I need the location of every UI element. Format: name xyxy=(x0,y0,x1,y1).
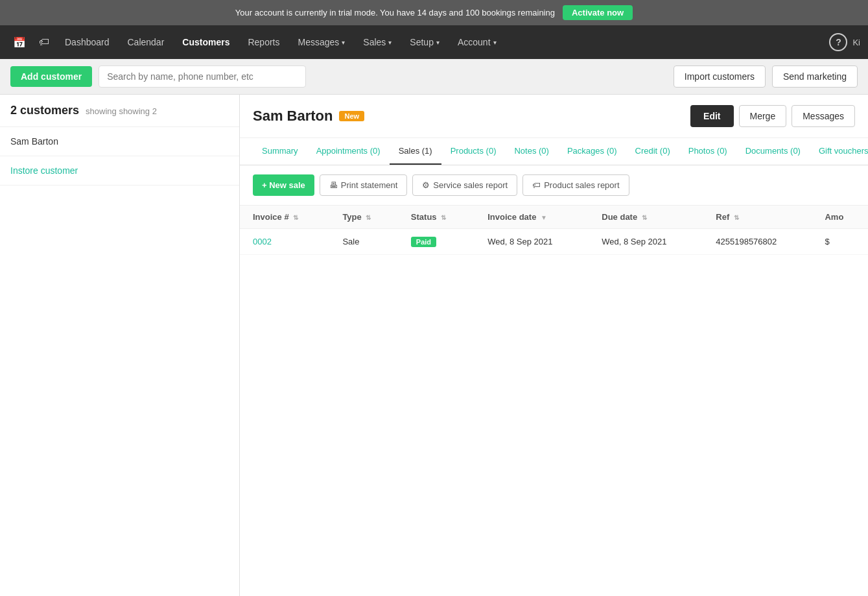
tab-credit[interactable]: Credit (0) xyxy=(626,138,679,165)
gear-icon: ⚙ xyxy=(422,180,430,190)
customer-count: 2 customers xyxy=(10,104,79,117)
nav-customers[interactable]: Customers xyxy=(174,32,237,53)
status-cell: Paid xyxy=(398,229,475,255)
nav-calendar[interactable]: Calendar xyxy=(120,32,172,53)
service-sales-report-button[interactable]: ⚙ Service sales report xyxy=(412,174,517,196)
send-marketing-button[interactable]: Send marketing xyxy=(772,66,858,88)
detail-tabs: Summary Appointments (0) Sales (1) Produ… xyxy=(240,138,868,165)
invoice-date-cell: Wed, 8 Sep 2021 xyxy=(475,229,589,255)
nav-dashboard[interactable]: Dashboard xyxy=(57,32,117,53)
messages-button[interactable]: Messages xyxy=(792,105,855,127)
activate-button[interactable]: Activate now xyxy=(563,5,633,20)
nav-reports[interactable]: Reports xyxy=(240,32,287,53)
merge-button[interactable]: Merge xyxy=(739,105,787,127)
tab-notes[interactable]: Notes (0) xyxy=(505,138,557,165)
customer-title: Sam Barton xyxy=(253,108,333,125)
add-customer-button[interactable]: Add customer xyxy=(10,66,92,87)
instore-customer-link[interactable]: Instore customer xyxy=(10,165,78,176)
tab-packages[interactable]: Packages (0) xyxy=(558,138,626,165)
sort-icon: ⇅ xyxy=(293,214,298,221)
col-amount: Amo xyxy=(812,206,868,229)
col-due-date: Due date ⇅ xyxy=(589,206,703,229)
nav-right: ? Ki xyxy=(829,33,860,51)
main-layout: 2 customers showing showing 2 Sam Barton… xyxy=(0,95,868,596)
product-sales-report-button[interactable]: 🏷 Product sales report xyxy=(522,174,629,196)
print-icon: 🖶 xyxy=(329,180,338,190)
tab-documents[interactable]: Documents (0) xyxy=(736,138,810,165)
col-invoice-date: Invoice date ▼ xyxy=(475,206,589,229)
customer-name: Sam Barton xyxy=(10,136,58,147)
tab-photos[interactable]: Photos (0) xyxy=(679,138,736,165)
detail-header: Sam Barton New Edit Merge Messages xyxy=(240,95,868,138)
sidebar: 2 customers showing showing 2 Sam Barton… xyxy=(0,95,240,596)
calendar-icon-btn[interactable]: 📅 xyxy=(8,31,31,54)
sales-actions: + New sale 🖶 Print statement ⚙ Service s… xyxy=(240,165,868,206)
list-item[interactable]: Instore customer xyxy=(0,156,239,185)
tab-sales[interactable]: Sales (1) xyxy=(390,138,441,165)
trial-message: Your account is currently in trial mode.… xyxy=(235,8,555,18)
ref-cell: 4255198576802 xyxy=(703,229,812,255)
sort-icon: ⇅ xyxy=(734,214,739,221)
setup-chevron-icon: ▾ xyxy=(436,39,440,46)
sort-icon: ⇅ xyxy=(441,214,446,221)
col-status: Status ⇅ xyxy=(398,206,475,229)
showing-label: showing showing 2 xyxy=(86,106,157,116)
print-statement-button[interactable]: 🖶 Print statement xyxy=(320,174,407,196)
tag-icon: 🏷 xyxy=(532,180,541,190)
table-row: 0002 Sale Paid Wed, 8 Sep 2021 Wed, 8 Se… xyxy=(240,229,868,255)
edit-button[interactable]: Edit xyxy=(690,105,733,127)
app-abbr: Ki xyxy=(852,38,860,47)
account-chevron-icon: ▾ xyxy=(493,39,497,46)
nav-sales[interactable]: Sales ▾ xyxy=(355,32,399,53)
detail-title-row: Sam Barton New xyxy=(253,108,364,125)
navbar: 📅 🏷 Dashboard Calendar Customers Reports… xyxy=(0,25,868,59)
tag-icon-btn[interactable]: 🏷 xyxy=(34,31,54,53)
list-item[interactable]: Sam Barton xyxy=(0,127,239,156)
due-date-cell: Wed, 8 Sep 2021 xyxy=(589,229,703,255)
type-cell: Sale xyxy=(329,229,397,255)
nav-setup[interactable]: Setup ▾ xyxy=(402,32,447,53)
invoice-link[interactable]: 0002 xyxy=(253,237,272,246)
nav-account[interactable]: Account ▾ xyxy=(450,32,504,53)
sort-icon: ⇅ xyxy=(642,214,647,221)
trial-banner: Your account is currently in trial mode.… xyxy=(0,0,868,25)
paid-badge: Paid xyxy=(411,237,436,247)
help-button[interactable]: ? xyxy=(829,33,847,51)
search-input[interactable] xyxy=(99,66,306,88)
messages-chevron-icon: ▾ xyxy=(342,39,345,46)
detail-actions: Edit Merge Messages xyxy=(690,105,855,127)
amount-cell: $ xyxy=(812,229,868,255)
sidebar-header: 2 customers showing showing 2 xyxy=(0,95,239,127)
sort-icon-active[interactable]: ▼ xyxy=(541,214,547,221)
import-customers-button[interactable]: Import customers xyxy=(674,66,766,88)
sales-table: Invoice # ⇅ Type ⇅ Status ⇅ Invoice date… xyxy=(240,206,868,255)
tab-appointments[interactable]: Appointments (0) xyxy=(307,138,390,165)
col-ref: Ref ⇅ xyxy=(703,206,812,229)
new-badge: New xyxy=(339,111,364,121)
col-type: Type ⇅ xyxy=(329,206,397,229)
new-sale-button[interactable]: + New sale xyxy=(253,174,314,196)
sort-icon: ⇅ xyxy=(366,214,371,221)
col-invoice: Invoice # ⇅ xyxy=(240,206,329,229)
detail-panel: Sam Barton New Edit Merge Messages Summa… xyxy=(240,95,868,596)
nav-messages[interactable]: Messages ▾ xyxy=(290,32,353,53)
toolbar: Add customer Import customers Send marke… xyxy=(0,59,868,95)
tab-summary[interactable]: Summary xyxy=(253,138,307,165)
tab-products[interactable]: Products (0) xyxy=(441,138,506,165)
invoice-cell: 0002 xyxy=(240,229,329,255)
tab-gift-vouchers[interactable]: Gift vouchers (0) xyxy=(810,138,868,165)
sales-chevron-icon: ▾ xyxy=(388,39,392,46)
